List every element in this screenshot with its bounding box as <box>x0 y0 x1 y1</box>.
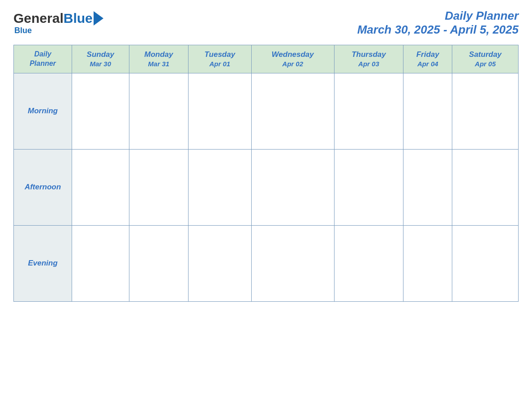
page-title: Daily Planner <box>357 9 519 23</box>
morning-monday[interactable] <box>129 73 189 149</box>
evening-label: Evening <box>14 225 72 301</box>
logo-underline: Blue <box>14 26 32 35</box>
date-range: March 30, 2025 - April 5, 2025 <box>357 23 519 37</box>
thursday-date: Apr 03 <box>337 60 401 68</box>
table-row-morning: Morning <box>14 73 519 149</box>
header-planner: Planner <box>30 60 56 67</box>
logo: General Blue Blue <box>13 11 103 35</box>
friday-name: Friday <box>406 50 450 60</box>
sunday-date: Mar 30 <box>74 60 127 68</box>
afternoon-label: Afternoon <box>14 149 72 225</box>
planner-table: Daily Planner Sunday Mar 30 Monday Mar 3… <box>13 45 519 302</box>
tuesday-date: Apr 01 <box>191 60 249 68</box>
col-sunday: Sunday Mar 30 <box>72 45 129 73</box>
morning-label: Morning <box>14 73 72 149</box>
table-header-row: Daily Planner Sunday Mar 30 Monday Mar 3… <box>14 45 519 73</box>
sunday-name: Sunday <box>74 50 127 60</box>
header: General Blue Blue Daily Planner March 30… <box>13 9 519 37</box>
saturday-name: Saturday <box>455 50 516 60</box>
title-block: Daily Planner March 30, 2025 - April 5, … <box>357 9 519 37</box>
afternoon-wednesday[interactable] <box>251 149 334 225</box>
friday-date: Apr 04 <box>406 60 450 68</box>
wednesday-date: Apr 02 <box>254 60 332 68</box>
wednesday-name: Wednesday <box>254 50 332 60</box>
evening-sunday[interactable] <box>72 225 129 301</box>
col-tuesday: Tuesday Apr 01 <box>189 45 251 73</box>
morning-tuesday[interactable] <box>189 73 251 149</box>
evening-thursday[interactable] <box>334 225 403 301</box>
evening-wednesday[interactable] <box>251 225 334 301</box>
morning-sunday[interactable] <box>72 73 129 149</box>
header-daily: Daily <box>34 50 51 58</box>
page: General Blue Blue Daily Planner March 30… <box>0 0 532 411</box>
afternoon-thursday[interactable] <box>334 149 403 225</box>
evening-tuesday[interactable] <box>189 225 251 301</box>
col-thursday: Thursday Apr 03 <box>334 45 403 73</box>
header-label-cell: Daily Planner <box>14 45 72 73</box>
evening-monday[interactable] <box>129 225 189 301</box>
morning-wednesday[interactable] <box>251 73 334 149</box>
afternoon-friday[interactable] <box>403 149 452 225</box>
logo-blue-text: Blue <box>64 11 93 26</box>
morning-saturday[interactable] <box>452 73 519 149</box>
afternoon-monday[interactable] <box>129 149 189 225</box>
monday-name: Monday <box>132 50 186 60</box>
saturday-date: Apr 05 <box>455 60 516 68</box>
afternoon-tuesday[interactable] <box>189 149 251 225</box>
morning-friday[interactable] <box>403 73 452 149</box>
logo-arrow-icon <box>94 11 103 26</box>
evening-friday[interactable] <box>403 225 452 301</box>
tuesday-name: Tuesday <box>191 50 249 60</box>
monday-date: Mar 31 <box>132 60 186 68</box>
afternoon-sunday[interactable] <box>72 149 129 225</box>
table-row-afternoon: Afternoon <box>14 149 519 225</box>
logo-general-text: General <box>13 11 64 26</box>
thursday-name: Thursday <box>337 50 401 60</box>
afternoon-saturday[interactable] <box>452 149 519 225</box>
col-wednesday: Wednesday Apr 02 <box>251 45 334 73</box>
table-row-evening: Evening <box>14 225 519 301</box>
col-monday: Monday Mar 31 <box>129 45 189 73</box>
col-saturday: Saturday Apr 05 <box>452 45 519 73</box>
evening-saturday[interactable] <box>452 225 519 301</box>
morning-thursday[interactable] <box>334 73 403 149</box>
col-friday: Friday Apr 04 <box>403 45 452 73</box>
